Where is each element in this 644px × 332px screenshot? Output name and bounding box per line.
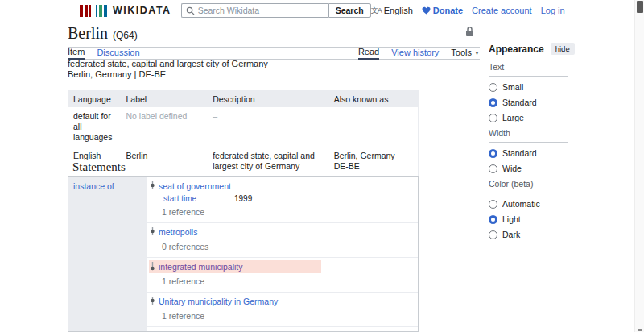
- tab-discussion[interactable]: Discussion: [97, 48, 139, 59]
- search-input[interactable]: [198, 6, 324, 15]
- appearance-option-standard[interactable]: Standard: [489, 148, 568, 158]
- statement: urban municipality in Germany0 reference…: [147, 327, 418, 332]
- tools-menu[interactable]: Tools ▼: [451, 48, 480, 59]
- col-header-description: Description: [208, 91, 329, 108]
- appearance-option-label: Dark: [502, 230, 520, 239]
- qualifier-property-link[interactable]: start time: [163, 193, 234, 204]
- language-icon: 文A: [371, 6, 382, 16]
- statement-value-link[interactable]: Unitary municipality in Germany: [159, 297, 278, 306]
- references-toggle[interactable]: 1 reference: [162, 276, 416, 287]
- donate-link[interactable]: Donate: [422, 6, 463, 15]
- tab-read[interactable]: Read: [358, 47, 379, 60]
- statement-qualifier: start time1999: [163, 193, 416, 204]
- radio-selected-icon[interactable]: [489, 149, 497, 158]
- appearance-option-label: Automatic: [502, 199, 540, 209]
- appearance-option-label: Small: [502, 82, 523, 92]
- statement-mainsnak: integrated municipality: [149, 260, 321, 273]
- term-language: default for all languages: [68, 107, 122, 147]
- appearance-header: Appearance hide: [489, 43, 568, 55]
- chevron-down-icon: ▼: [474, 50, 480, 56]
- appearance-option-large[interactable]: Large: [489, 113, 568, 122]
- namespace-tabs: Item Discussion: [68, 48, 140, 59]
- view-tabs: Read View history Tools ▼: [358, 48, 480, 59]
- statement-value-link[interactable]: metropolis: [159, 227, 197, 237]
- header-user-links: 文A English Donate Create account Log in: [371, 6, 565, 16]
- appearance-option-label: Light: [502, 214, 521, 224]
- create-account-link[interactable]: Create account: [472, 6, 532, 15]
- property-link-instance-of[interactable]: instance of: [73, 181, 114, 191]
- title-block: Berlin (Q64) Item Discussion Read View h…: [68, 24, 480, 60]
- page-title: Berlin: [68, 24, 108, 43]
- appearance-option-dark[interactable]: Dark: [489, 230, 568, 239]
- statement-mainsnak: seat of government: [149, 180, 416, 193]
- rank-normal-icon[interactable]: [151, 296, 155, 307]
- statement-group-instance-of: instance of seat of governmentstart time…: [68, 176, 419, 332]
- appearance-section: Color (beta)AutomaticLightDark: [489, 179, 568, 239]
- search-input-wrap: [181, 3, 328, 18]
- radio-selected-icon[interactable]: [489, 98, 497, 107]
- term-alias: DE-BE: [334, 161, 413, 172]
- radio-unselected-icon[interactable]: [489, 164, 497, 173]
- wikidata-page: WIKIDATA Search 文A English Donate: [0, 0, 644, 332]
- radio-unselected-icon[interactable]: [489, 83, 497, 92]
- tab-view-history[interactable]: View history: [391, 48, 439, 59]
- login-link[interactable]: Log in: [541, 6, 565, 15]
- appearance-option-wide[interactable]: Wide: [489, 164, 568, 173]
- entity-aliases-line: Berlin, Germany | DE-BE: [68, 69, 419, 80]
- scrollbar-bottom-arrow[interactable]: [638, 329, 642, 331]
- references-toggle[interactable]: 0 references: [162, 242, 416, 252]
- tab-bar: Item Discussion Read View history Tools …: [68, 48, 480, 60]
- appearance-option-standard[interactable]: Standard: [489, 98, 568, 107]
- vertical-scrollbar[interactable]: [634, 0, 644, 332]
- term-table-row: default for all languagesNo label define…: [68, 107, 419, 147]
- appearance-panel: Appearance hide TextSmallStandardLargeWi…: [489, 43, 568, 245]
- term-label: No label defined: [121, 107, 208, 147]
- language-label: English: [384, 6, 413, 15]
- top-header: WIKIDATA Search 文A English Donate: [0, 0, 634, 21]
- appearance-title: Appearance: [489, 44, 544, 55]
- appearance-hide-button[interactable]: hide: [551, 43, 575, 55]
- appearance-option-light[interactable]: Light: [489, 214, 568, 224]
- appearance-section: TextSmallStandardLarge: [489, 62, 568, 122]
- statement-list: seat of governmentstart time19991 refere…: [147, 177, 418, 331]
- terms-table-header-row: Language Label Description Also known as: [68, 91, 419, 108]
- col-header-also-known-as: Also known as: [329, 91, 419, 108]
- radio-unselected-icon[interactable]: [489, 200, 497, 209]
- protection-lock-icon: [465, 27, 474, 39]
- references-toggle[interactable]: 1 reference: [162, 311, 416, 322]
- appearance-option-label: Wide: [502, 164, 522, 173]
- search-box: Search: [181, 3, 371, 18]
- appearance-section-label: Width: [489, 128, 568, 143]
- statement-property-cell: instance of: [68, 177, 147, 331]
- statement-value-link[interactable]: integrated municipality: [159, 262, 242, 272]
- appearance-option-automatic[interactable]: Automatic: [489, 199, 568, 209]
- rank-deprecated-icon[interactable]: [151, 261, 155, 272]
- entity-description-line: federated state, capital and largest cit…: [68, 59, 419, 69]
- term-aliases: [329, 107, 419, 147]
- search-button[interactable]: Search: [328, 3, 371, 18]
- statement-mainsnak: Unitary municipality in Germany: [149, 295, 416, 308]
- tab-item[interactable]: Item: [68, 47, 85, 60]
- appearance-option-small[interactable]: Small: [489, 82, 568, 92]
- term-alias: Berlin, Germany: [334, 151, 413, 161]
- scrollbar-thumb[interactable]: [637, 1, 643, 13]
- col-header-language: Language: [68, 91, 122, 108]
- radio-unselected-icon[interactable]: [489, 230, 497, 239]
- statement-value-link[interactable]: seat of government: [159, 181, 231, 191]
- wikidata-logo-text: WIKIDATA: [113, 5, 171, 16]
- rank-normal-icon[interactable]: [151, 226, 155, 238]
- radio-selected-icon[interactable]: [489, 215, 497, 224]
- statement: metropolis0 references: [147, 223, 418, 258]
- statement: Unitary municipality in Germany1 referen…: [147, 293, 418, 327]
- language-selector[interactable]: 文A English: [371, 6, 413, 16]
- appearance-option-label: Standard: [502, 98, 537, 107]
- appearance-section-label: Color (beta): [489, 179, 568, 193]
- radio-unselected-icon[interactable]: [489, 114, 497, 122]
- wikidata-logo-bars-icon: [80, 5, 107, 17]
- statement: seat of governmentstart time19991 refere…: [147, 177, 418, 223]
- references-toggle[interactable]: 1 reference: [162, 207, 416, 218]
- statement-mainsnak: metropolis: [149, 226, 416, 239]
- entity-description: federated state, capital and largest cit…: [68, 59, 419, 80]
- wikidata-logo[interactable]: WIKIDATA: [80, 5, 171, 17]
- rank-normal-icon[interactable]: [151, 181, 155, 192]
